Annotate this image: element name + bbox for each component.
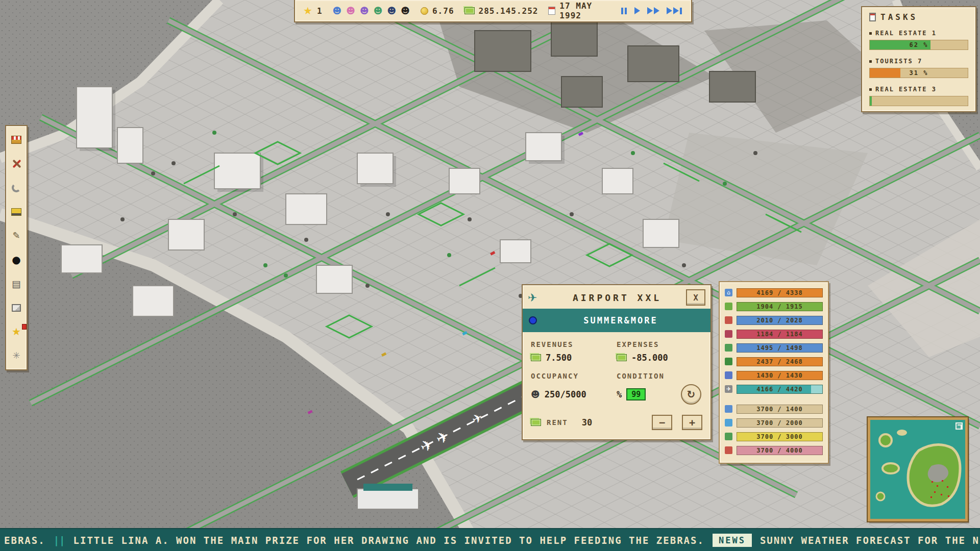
task-progress-text: 31 % xyxy=(870,68,968,78)
minimap[interactable] xyxy=(868,417,968,521)
fast-forward-button[interactable] xyxy=(646,6,660,15)
photo-icon xyxy=(12,304,21,312)
pattern-icon: ✳ xyxy=(12,351,20,360)
tool-news-button[interactable]: ▤ xyxy=(8,276,24,291)
task-label: REAL ESTATE 1 xyxy=(875,30,937,37)
tool-achievements-button[interactable]: ★ xyxy=(8,324,24,339)
finance-labels: REVENUES EXPENSES xyxy=(531,340,702,348)
news-ticker[interactable]: EBRAS. || LITTLE LINA A. WON THE MAIN PR… xyxy=(0,528,980,551)
stat-row-culture[interactable]: 1495 / 1498 xyxy=(725,342,823,353)
task-item[interactable]: REAL ESTATE 1 62 % xyxy=(869,30,968,50)
stat-row-transport[interactable]: 1430 / 1430 xyxy=(725,370,823,381)
tool-edit-button[interactable]: ✎ xyxy=(8,228,24,243)
tool-market-button[interactable] xyxy=(8,132,24,147)
stat-row-sport[interactable]: 1184 / 1184 xyxy=(725,329,823,339)
money-icon xyxy=(617,354,627,361)
build-toolbar: ✎ ● ▤ ★ ✳ xyxy=(5,125,28,370)
rating-indicator[interactable]: 6.76 xyxy=(421,6,454,16)
tool-bulldozer-button[interactable] xyxy=(8,204,24,219)
treasury-indicator[interactable]: 285.145.252 xyxy=(464,6,538,16)
tool-demolish-button[interactable]: ● xyxy=(8,252,24,267)
population-groups[interactable]: ☻ ☻ ☻ ☻ ☻ ☻ xyxy=(333,7,410,15)
transport-icon xyxy=(725,371,732,379)
task-item[interactable]: REAL ESTATE 3 xyxy=(869,86,968,106)
market-icon xyxy=(11,136,21,144)
stat-value: 4166 / 4420 xyxy=(756,386,802,393)
tool-extras-button[interactable]: ✳ xyxy=(8,348,24,363)
calendar-icon xyxy=(548,7,555,15)
pause-button[interactable] xyxy=(619,7,628,15)
task-progress-bar: 31 % xyxy=(869,68,968,78)
level-value: 1 xyxy=(317,6,323,16)
citizen-icon: ☻ xyxy=(401,7,410,15)
stat-value: 1430 / 1430 xyxy=(756,372,802,379)
tasks-header: TASKS xyxy=(869,12,968,22)
stat-bar: 1430 / 1430 xyxy=(737,371,823,380)
culture-icon xyxy=(725,344,732,352)
stat-row-water[interactable]: 3700 / 2000 xyxy=(725,417,823,428)
play-button[interactable] xyxy=(633,6,641,15)
hotels-icon xyxy=(725,303,732,310)
stat-row-residents[interactable]: ⌂ 4169 / 4338 xyxy=(725,287,823,298)
skip-button[interactable] xyxy=(666,6,683,15)
stat-row-health[interactable]: 3700 / 4000 xyxy=(725,445,823,456)
ticker-fragment: EBRAS. xyxy=(4,535,45,546)
rent-increase-button[interactable]: + xyxy=(682,415,702,430)
bullet-icon xyxy=(869,32,872,35)
news-icon: ▤ xyxy=(12,279,21,289)
bullet-icon xyxy=(869,60,872,63)
stat-bar: 4166 / 4420 xyxy=(737,385,823,394)
stat-value: 1184 / 1184 xyxy=(756,331,802,338)
stat-row-waste[interactable]: 3700 / 3000 xyxy=(725,431,823,442)
task-label-row: REAL ESTATE 3 xyxy=(869,86,968,93)
task-progress-text xyxy=(870,96,968,106)
airport-icon: ✈ xyxy=(725,385,732,393)
stat-bar: 1904 / 1915 xyxy=(737,302,823,311)
tool-photo-button[interactable] xyxy=(8,300,24,315)
task-label-row: REAL ESTATE 1 xyxy=(869,30,968,37)
task-item[interactable]: TOURISTS 7 31 % xyxy=(869,58,968,78)
tasks-title: TASKS xyxy=(880,12,918,22)
clipboard-icon xyxy=(869,13,876,21)
close-button[interactable]: X xyxy=(686,289,705,306)
stat-row-power[interactable]: 3700 / 1400 xyxy=(725,404,823,414)
level-indicator[interactable]: ★ 1 xyxy=(303,5,323,17)
stat-bar: 4169 / 4338 xyxy=(737,288,823,297)
tasks-panel: TASKS REAL ESTATE 1 62 % TOURISTS 7 31 % xyxy=(861,6,976,112)
bomb-icon: ● xyxy=(12,255,20,265)
ticker-story: LITTLE LINA A. WON THE MAIN PRIZE FOR HE… xyxy=(74,535,704,546)
medal-icon xyxy=(421,7,428,15)
tool-road-button[interactable] xyxy=(8,180,24,195)
stat-bar: 3700 / 2000 xyxy=(737,418,823,428)
news-badge[interactable]: NEWS xyxy=(713,534,752,547)
citizen-icon: ☻ xyxy=(346,7,356,15)
task-progress-text: 62 % xyxy=(870,40,968,49)
tool-repair-button[interactable] xyxy=(8,156,24,171)
stat-value: 3700 / 1400 xyxy=(756,406,802,413)
rent-decrease-button[interactable]: − xyxy=(652,415,672,430)
stat-row-airport[interactable]: ✈ 4166 / 4420 xyxy=(725,384,823,394)
game-viewport[interactable]: ✈ ✈ ✈ xyxy=(0,0,980,551)
stat-row-hotels[interactable]: 1904 / 1915 xyxy=(725,301,823,312)
expenses-value: -85.000 xyxy=(631,353,668,363)
status-values: ☻ 250/5000 % 99 ↻ xyxy=(531,384,702,405)
minimap-canvas[interactable] xyxy=(870,420,965,519)
city-map[interactable]: ✈ ✈ ✈ xyxy=(0,0,980,551)
company-name: SUMMER&MORE xyxy=(537,315,704,325)
water-icon xyxy=(725,419,732,427)
sport-icon xyxy=(725,330,732,338)
stat-value: 2437 / 2468 xyxy=(756,358,802,365)
occupancy-label: OCCUPANCY xyxy=(531,372,617,380)
finance-values: 7.500 -85.000 xyxy=(531,353,702,363)
fast-forward-icon xyxy=(647,7,653,14)
minimap-expand-button[interactable] xyxy=(955,422,963,430)
stat-row-parks[interactable]: 2437 / 2468 xyxy=(725,356,823,367)
stat-bar: 1495 / 1498 xyxy=(737,343,823,353)
occupancy-value: 250/5000 xyxy=(545,389,586,399)
repair-button[interactable]: ↻ xyxy=(681,384,701,405)
stat-row-food[interactable]: 2010 / 2028 xyxy=(725,315,823,325)
stat-value: 2010 / 2028 xyxy=(756,317,802,324)
stat-bar: 3700 / 1400 xyxy=(737,405,823,414)
skip-icon xyxy=(680,8,682,14)
stat-value: 1904 / 1915 xyxy=(756,303,802,310)
